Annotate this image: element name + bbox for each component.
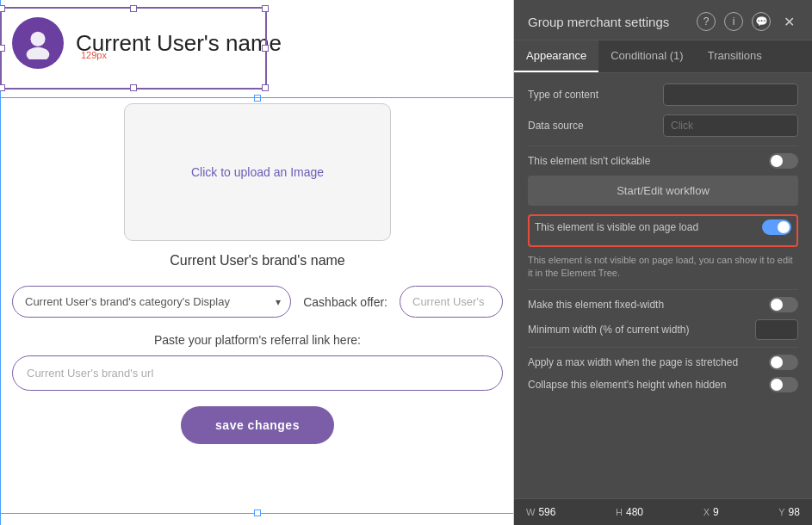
data-source-label: Data source [528, 120, 663, 132]
category-cashback-row: Current User's brand's category's Displa… [12, 286, 503, 318]
data-source-control[interactable] [663, 114, 798, 137]
collapse-height-label: Collapse this element's height when hidd… [528, 379, 726, 391]
max-width-row: Apply a max width when the page is stret… [528, 355, 798, 370]
y-value: 98 [789, 506, 800, 518]
handle-br[interactable] [262, 84, 269, 91]
help-icon-button[interactable]: ? [697, 12, 716, 31]
height-group: H 480 [616, 506, 643, 518]
workflow-button[interactable]: Start/Edit workflow [528, 176, 798, 206]
min-width-input[interactable]: 20 [755, 319, 798, 340]
visible-on-load-toggle[interactable] [762, 219, 791, 235]
cashback-label: Cashback offer: [303, 295, 387, 309]
type-of-content-label: Type of content [528, 89, 663, 101]
not-clickable-label: This element isn't clickable [528, 155, 650, 167]
max-width-toggle[interactable] [769, 355, 798, 370]
width-group: W 596 [526, 506, 555, 518]
x-group: X 9 [704, 506, 719, 518]
data-source-group: Data source [528, 114, 798, 137]
fixed-width-toggle[interactable] [769, 297, 798, 312]
panel-header: Group merchant settings ? i 💬 ✕ [514, 0, 812, 40]
handle-tc[interactable] [130, 5, 137, 12]
fixed-width-row: Make this element fixed-width [528, 297, 798, 312]
info-icon-button[interactable]: i [724, 12, 743, 31]
comment-icon-button[interactable]: 💬 [752, 12, 771, 31]
divider-2 [528, 289, 798, 290]
h-label: H [616, 507, 623, 517]
w-value: 596 [538, 506, 555, 518]
panel-tabs: Appearance Conditional (1) Transitions [514, 40, 812, 73]
not-clickable-row: This element isn't clickable [528, 153, 798, 169]
handle-main-bc[interactable] [254, 510, 261, 516]
type-of-content-group: Type of content [528, 83, 798, 106]
paste-label: Paste your platform's referral link here… [12, 333, 503, 347]
guideline-top [0, 97, 514, 98]
measurement-label: 129px [81, 50, 107, 60]
collapse-height-row: Collapse this element's height when hidd… [528, 377, 798, 392]
fixed-width-label: Make this element fixed-width [528, 299, 664, 311]
handle-main-tc[interactable] [254, 95, 261, 102]
url-input[interactable] [12, 355, 503, 391]
panel-icons: ? i 💬 ✕ [697, 12, 798, 31]
type-of-content-control[interactable] [663, 83, 798, 106]
h-value: 480 [626, 506, 643, 518]
tab-conditional[interactable]: Conditional (1) [598, 40, 696, 72]
type-of-content-select[interactable] [663, 83, 798, 106]
measurement-indicator: 129px [77, 50, 107, 60]
visible-on-load-toggle-row: This element is visible on page load [535, 219, 791, 235]
content-area: Click to upload an Image Current User's … [12, 103, 503, 444]
data-source-input[interactable] [663, 114, 798, 137]
x-label: X [704, 507, 710, 517]
cashback-input[interactable] [400, 286, 503, 318]
info-text: This element is not visible on page load… [528, 254, 798, 281]
guideline-left [0, 0, 1, 525]
panel-bottom-bar: W 596 H 480 X 9 Y 98 [514, 498, 812, 525]
avatar [12, 17, 64, 69]
user-header: Current User's name [12, 17, 282, 69]
handle-tr[interactable] [262, 5, 269, 12]
svg-point-0 [30, 32, 45, 46]
save-button[interactable]: save changes [181, 406, 334, 444]
w-label: W [526, 507, 535, 517]
max-width-label: Apply a max width when the page is stret… [528, 356, 738, 368]
category-select-wrapper[interactable]: Current User's brand's category's Displa… [12, 286, 291, 318]
close-panel-button[interactable]: ✕ [779, 12, 798, 31]
brand-name-label: Current User's brand's name [12, 253, 503, 269]
tab-appearance[interactable]: Appearance [514, 40, 598, 72]
collapse-height-toggle[interactable] [769, 377, 798, 392]
y-label: Y [778, 507, 784, 517]
y-group: Y 98 [778, 506, 800, 518]
not-clickable-toggle[interactable] [769, 153, 798, 169]
visible-on-load-label: This element is visible on page load [535, 221, 698, 233]
visible-on-load-row: This element is visible on page load [528, 214, 798, 247]
right-panel: Group merchant settings ? i 💬 ✕ Appearan… [514, 0, 812, 525]
handle-bc[interactable] [130, 84, 137, 91]
x-value: 9 [713, 506, 719, 518]
divider-1 [528, 145, 798, 146]
panel-content: Type of content Data source This element… [514, 73, 812, 498]
panel-title: Group merchant settings [528, 15, 669, 29]
canvas-area: 129px Current User's name Click to uploa… [0, 0, 514, 525]
min-width-row: Minimum width (% of current width) 20 [528, 319, 798, 340]
divider-3 [528, 347, 798, 348]
image-upload-box[interactable]: Click to upload an Image [124, 103, 391, 241]
svg-point-1 [27, 47, 50, 59]
image-upload-text: Click to upload an Image [191, 165, 324, 179]
min-width-label: Minimum width (% of current width) [528, 324, 689, 336]
category-select[interactable]: Current User's brand's category's Displa… [12, 286, 291, 318]
tab-transitions[interactable]: Transitions [696, 40, 774, 72]
